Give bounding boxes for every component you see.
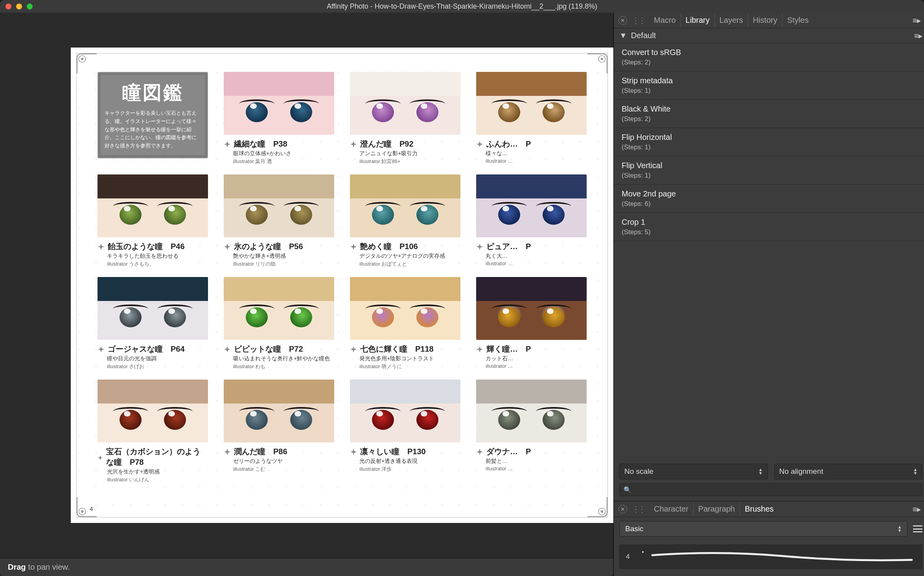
alignment-select[interactable]: No alignment ▲▼: [774, 464, 923, 479]
macro-item-title: Flip Horizontal: [622, 133, 920, 142]
ornament-icon: [476, 141, 483, 148]
eye-thumbnail: [98, 380, 208, 442]
eye-catalog-item: ダウナ… P前髪と…illustrator …: [476, 380, 587, 483]
macro-item[interactable]: Move 2nd page(Steps: 6): [614, 185, 924, 213]
eye-catalog-item: 七色に輝く瞳 P118発光色多用+陰影コントラストillustrator 萌ノう…: [350, 277, 460, 370]
eye-catalog-item: ゴージャスな瞳 P64瞳や目元の光を強調illustrator さげお: [98, 277, 208, 370]
alignment-select-value: No alignment: [779, 467, 823, 476]
macro-item[interactable]: Flip Horizontal(Steps: 1): [614, 128, 924, 156]
list-view-icon[interactable]: [913, 525, 922, 533]
window-zoom-button[interactable]: [27, 4, 33, 9]
eye-item-credit: illustrator …: [486, 260, 587, 266]
intro-plate: 瞳図鑑キャラクターを彩る美しい宝石とも言える、瞳。イラストレーターによって様々な…: [98, 72, 208, 158]
scale-select[interactable]: No scale ▲▼: [619, 464, 768, 479]
ornament-icon: [224, 243, 231, 250]
brush-preview-item[interactable]: 4: [619, 545, 922, 569]
eye-thumbnail: [476, 174, 587, 237]
eye-item-credit: illustrator …: [486, 158, 587, 164]
ornament-icon: [350, 448, 357, 455]
macro-item-steps: (Steps: 1): [622, 87, 920, 95]
eye-item-credit: illustrator いんげん: [107, 476, 208, 483]
canvas-area[interactable]: 瞳図鑑キャラクターを彩る美しい宝石とも言える、瞳。イラストレーターによって様々な…: [0, 13, 614, 576]
ornament-icon: [476, 346, 483, 353]
eye-thumbnail: [476, 380, 587, 442]
section-menu-icon[interactable]: ≡▸: [914, 31, 923, 40]
eye-item-credit: illustrator さげお: [107, 363, 208, 370]
panel-tab[interactable]: Brushes: [740, 502, 778, 516]
window-close-button[interactable]: [6, 4, 11, 9]
eye-item-subtitle: 前髪と…: [486, 458, 587, 465]
panel-close-icon[interactable]: ✕: [618, 505, 627, 514]
ornament-icon: [98, 346, 105, 353]
eye-item-title: 澄んだ瞳 P92: [360, 139, 414, 149]
eye-thumbnail: [476, 277, 587, 340]
macro-item[interactable]: Flip Vertical(Steps: 1): [614, 156, 924, 185]
panel-grip-icon[interactable]: ⋮⋮: [632, 16, 644, 25]
right-panel: ✕ ⋮⋮ MacroLibraryLayersHistoryStyles ≡▸ …: [614, 13, 924, 576]
library-section-name: Default: [631, 31, 656, 40]
eye-item-subtitle: ゼリーのようなツヤ: [233, 458, 334, 465]
panel-tab[interactable]: Styles: [782, 13, 813, 27]
ornament-icon: [350, 346, 357, 353]
library-search-field[interactable]: [635, 486, 918, 494]
eye-item-credit: illustrator 萌ノうに: [359, 363, 460, 370]
eye-item-subtitle: 光沢を生かす+透明感: [107, 468, 208, 475]
eye-item-subtitle: キラキラした飴玉を思わせる: [107, 253, 208, 260]
ornament-icon: [350, 141, 357, 148]
disclosure-triangle-icon[interactable]: ▼: [619, 31, 627, 40]
eye-item-subtitle: 瞳や目元の光を強調: [107, 355, 208, 362]
macro-item-steps: (Steps: 2): [622, 59, 920, 66]
eye-thumbnail: [98, 174, 208, 237]
macro-item-steps: (Steps: 1): [622, 143, 920, 151]
eye-catalog-item: 澄んだ瞳 P92アンニュイな影+吸引力illustrator 飴宮86+: [350, 72, 460, 165]
panel-close-icon[interactable]: ✕: [618, 16, 627, 25]
window-minimize-button[interactable]: [16, 4, 22, 9]
eye-item-title: 飴玉のような瞳 P46: [108, 241, 185, 252]
library-search-input[interactable]: 🔍: [619, 483, 922, 496]
eye-item-credit: illustrator こむ: [233, 466, 334, 473]
svg-point-7: [601, 510, 603, 513]
macro-item-title: Convert to sRGB: [622, 48, 920, 57]
eye-item-credit: illustrator リリの助: [233, 260, 334, 268]
eye-item-subtitle: 眼球の立体感+かわいさ: [233, 150, 334, 157]
macro-item-steps: (Steps: 1): [622, 172, 920, 180]
eye-catalog-item: ビビットな瞳 P72吸い込まれそうな奥行き+鮮やかな瞳色illustrator …: [224, 277, 334, 370]
macro-item[interactable]: Strip metadata(Steps: 1): [614, 72, 924, 100]
eye-item-title: ふんわ… P: [486, 139, 531, 149]
ornament-icon: [98, 453, 103, 460]
macro-item-title: Black & White: [622, 105, 920, 114]
eye-thumbnail: [350, 277, 460, 340]
search-icon: 🔍: [624, 486, 631, 493]
eye-catalog-item: 氷のような瞳 P56艶やかな輝き+透明感illustrator リリの助: [224, 174, 334, 268]
macro-item[interactable]: Black & White(Steps: 2): [614, 100, 924, 128]
panel-menu-icon[interactable]: ≡▸: [909, 16, 924, 25]
library-section-header[interactable]: ▼ Default ≡▸: [614, 28, 924, 43]
macro-item[interactable]: Convert to sRGB(Steps: 2): [614, 43, 924, 72]
eye-item-title: ゴージャスな瞳 P64: [108, 344, 185, 354]
eye-thumbnail: [98, 277, 208, 340]
brush-category-select[interactable]: Basic ▲▼: [619, 521, 907, 537]
eye-thumbnail: [476, 72, 587, 135]
eye-item-credit: illustrator 洋歩: [359, 466, 460, 473]
scale-select-value: No scale: [624, 467, 653, 476]
eye-item-title: 凛々しい瞳 P130: [360, 446, 426, 457]
ornament-icon: [350, 243, 357, 250]
panel-tab[interactable]: History: [748, 13, 782, 27]
eye-catalog-item: 繊細な瞳 P38眼球の立体感+かわいさillustrator 葉月 透: [224, 72, 334, 165]
panel-tab[interactable]: Library: [681, 13, 715, 27]
panel-grip-icon[interactable]: ⋮⋮: [632, 504, 644, 514]
eye-catalog-item: 艶めく瞳 P106デジタルのツヤ+アナログの実存感illustrator おばて…: [350, 174, 460, 268]
eye-item-subtitle: デジタルのツヤ+アナログの実存感: [359, 253, 460, 260]
eye-item-subtitle: カット石…: [486, 355, 587, 362]
status-hint-strong: Drag: [8, 563, 26, 572]
panel-menu-icon[interactable]: ≡▸: [909, 504, 924, 514]
macro-item[interactable]: Crop 1(Steps: 5): [614, 213, 924, 241]
eye-item-subtitle: 丸く大…: [486, 253, 587, 260]
panel-tab[interactable]: Layers: [715, 13, 748, 27]
panel-tab[interactable]: Character: [649, 502, 694, 516]
eye-item-title: 艶めく瞳 P106: [360, 241, 418, 252]
panel-tab[interactable]: Macro: [649, 13, 681, 27]
eye-thumbnail: [350, 72, 460, 135]
panel-tab[interactable]: Paragraph: [694, 502, 740, 516]
status-hint-rest: to pan view.: [28, 563, 70, 572]
